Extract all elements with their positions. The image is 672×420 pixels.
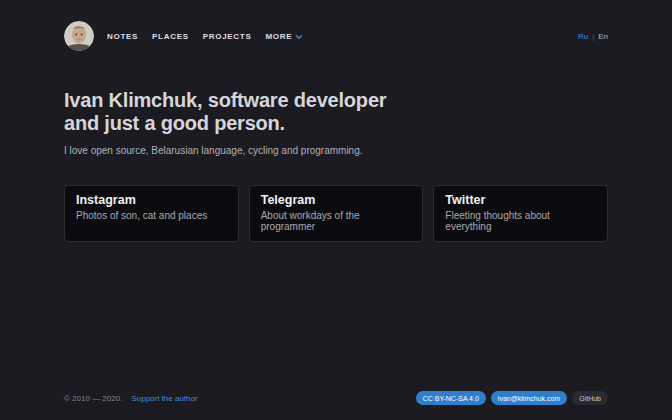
main-nav: NOTES PLACES PROJECTS MORE <box>107 32 303 41</box>
nav-item-more-label: MORE <box>265 32 292 41</box>
card-title: Telegram <box>261 193 412 207</box>
page-title: Ivan Klimchuk, software developer and ju… <box>64 89 608 135</box>
avatar[interactable] <box>64 21 94 51</box>
email-badge[interactable]: ivan@klimchuk.com <box>491 391 567 405</box>
card-telegram[interactable]: Telegram About workdays of the programme… <box>249 185 424 242</box>
page-title-line2: and just a good person. <box>64 112 608 135</box>
footer: © 2010 — 2020. Support the author CC BY-… <box>64 391 608 405</box>
footer-badges: CC BY-NC-SA 4.0 ivan@klimchuk.com GitHub <box>416 391 608 405</box>
copyright-text: © 2010 — 2020. <box>64 394 122 403</box>
license-badge[interactable]: CC BY-NC-SA 4.0 <box>416 391 486 405</box>
lang-en-current[interactable]: En <box>598 32 608 41</box>
social-cards: Instagram Photos of son, cat and places … <box>64 185 608 242</box>
page-title-line1: Ivan Klimchuk, software developer <box>64 89 608 112</box>
card-description: Fleeting thoughts about everything <box>445 210 596 232</box>
chevron-down-icon <box>295 33 303 41</box>
card-instagram[interactable]: Instagram Photos of son, cat and places <box>64 185 239 242</box>
page-subtitle: I love open source, Belarusian language,… <box>64 145 608 156</box>
nav-item-notes[interactable]: NOTES <box>107 32 138 41</box>
hero-section: Ivan Klimchuk, software developer and ju… <box>64 89 608 156</box>
card-title: Instagram <box>76 193 227 207</box>
card-description: About workdays of the programmer <box>261 210 412 232</box>
nav-item-more[interactable]: MORE <box>265 32 303 41</box>
card-description: Photos of son, cat and places <box>76 210 227 221</box>
avatar-photo-icon <box>64 21 94 51</box>
card-twitter[interactable]: Twitter Fleeting thoughts about everythi… <box>433 185 608 242</box>
nav-item-projects[interactable]: PROJECTS <box>203 32 252 41</box>
language-switcher: Ru | En <box>578 32 608 41</box>
lang-separator: | <box>592 32 594 41</box>
card-title: Twitter <box>445 193 596 207</box>
github-badge[interactable]: GitHub <box>572 391 608 405</box>
header: NOTES PLACES PROJECTS MORE Ru | En <box>64 0 608 51</box>
nav-item-places[interactable]: PLACES <box>152 32 189 41</box>
support-author-link[interactable]: Support the author <box>131 394 197 403</box>
lang-ru-link[interactable]: Ru <box>578 32 588 41</box>
